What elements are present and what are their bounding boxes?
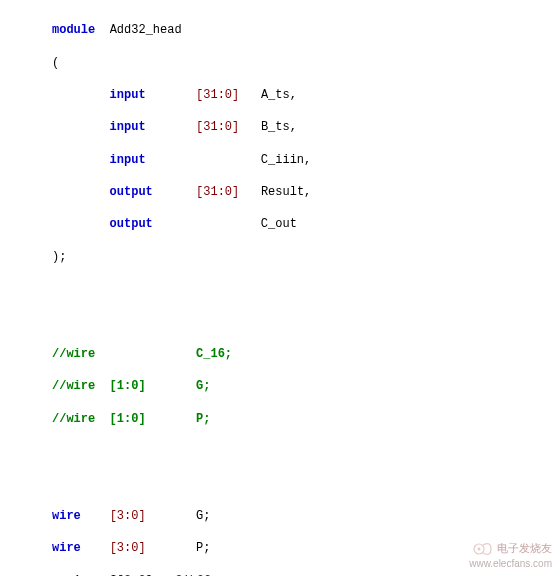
kw-wire: wire [52, 541, 81, 555]
range: [3:0] [110, 541, 146, 555]
port: A_ts, [261, 88, 297, 102]
comment: //wire C_16; [52, 347, 232, 361]
comment: P; [146, 412, 211, 426]
sig: G; [196, 509, 210, 523]
close-paren: ); [52, 249, 554, 265]
kw-output: output [110, 185, 153, 199]
comment: [1:0] [110, 379, 146, 393]
kw-wire: wire [52, 509, 81, 523]
range: [3:0] [110, 509, 146, 523]
range: [31:0] [196, 185, 239, 199]
kw-input: input [110, 88, 146, 102]
port: C_out [261, 217, 297, 231]
watermark-url: www.elecfans.com [469, 557, 552, 571]
range: [31:0] [196, 88, 239, 102]
sig: P; [196, 541, 210, 555]
svg-point-1 [478, 547, 481, 550]
port: C_iiin, [261, 153, 311, 167]
code-block: module Add32_head ( input [31:0] A_ts, i… [0, 0, 560, 576]
kw-input: input [110, 153, 146, 167]
watermark-brand: 电子发烧友 [497, 541, 552, 556]
comment: //wire [52, 412, 110, 426]
range: [31:0] [196, 120, 239, 134]
kw-output: output [110, 217, 153, 231]
kw-input: input [110, 120, 146, 134]
port: B_ts, [261, 120, 297, 134]
logo-icon [473, 541, 493, 557]
comment: G; [146, 379, 211, 393]
open-paren: ( [52, 55, 554, 71]
module-name: Add32_head [110, 23, 182, 37]
comment: [1:0] [110, 412, 146, 426]
kw-module: module [52, 23, 95, 37]
port: Result, [261, 185, 311, 199]
comment: //wire [52, 379, 110, 393]
watermark: 电子发烧友 www.elecfans.com [469, 541, 552, 571]
